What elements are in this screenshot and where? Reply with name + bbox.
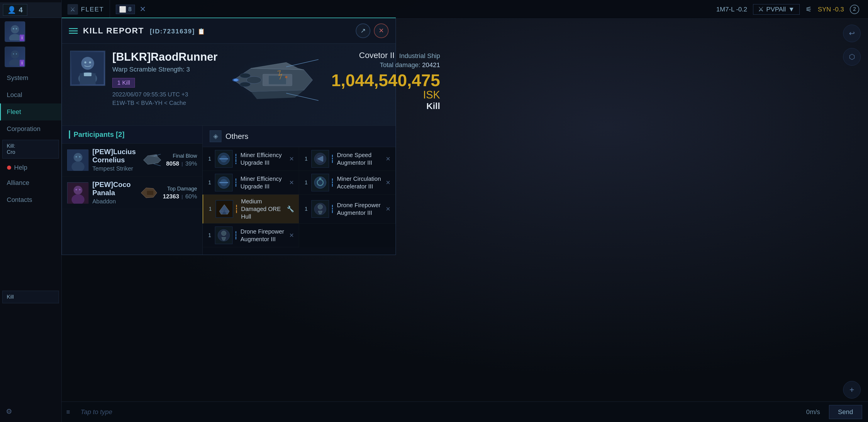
item-close-dr1[interactable]: ✕	[385, 155, 391, 162]
item-row-miner-circ[interactable]: 1 Miner Circulation A	[299, 171, 396, 195]
copy-icon[interactable]: 📋	[198, 28, 206, 35]
item-close-mc[interactable]: ✕	[385, 179, 391, 186]
svg-point-0	[11, 25, 19, 33]
sidebar-item-alliance[interactable]: Alliance	[0, 174, 61, 191]
item-row-miner-1[interactable]: 1 Miner	[203, 147, 299, 171]
victim-name: [BLKR]RaodRunner	[112, 51, 218, 63]
item-bars-4	[236, 231, 236, 239]
pvp-label: PVPAll	[766, 6, 786, 13]
fleet-icon: ⚔	[67, 4, 78, 15]
speed-indicator: 0m/s	[797, 408, 829, 416]
kill-text-2: Cro	[7, 149, 55, 155]
svg-point-9	[81, 57, 94, 70]
svg-point-18	[240, 82, 250, 87]
modal-close-btn[interactable]: ✕	[374, 24, 389, 38]
tab-badge[interactable]: ⬜ 8	[116, 5, 134, 14]
external-link-btn[interactable]: ↗	[356, 24, 370, 38]
sidebar-local-label: Local	[7, 91, 22, 98]
participant-row-2[interactable]: [PEW]Coco Panala Abaddon Top Damage 1236…	[62, 176, 202, 209]
item-close-2[interactable]: ✕	[289, 179, 294, 186]
svg-point-29	[76, 156, 77, 157]
svg-point-23	[285, 76, 287, 78]
right-panel: ↩ ⬡ +	[836, 19, 868, 422]
item-close-4[interactable]: ✕	[289, 232, 294, 239]
participant-avatar-1	[67, 150, 88, 170]
sidebar-item-corporation[interactable]: Corporation	[0, 121, 61, 137]
item-row-miner-2[interactable]: 1 Miner Efficiency Up	[203, 171, 299, 195]
right-icon-1[interactable]: ↩	[843, 25, 861, 42]
sidebar-header: 👤 4	[0, 2, 61, 18]
ship-image	[225, 51, 324, 109]
isk-unit: ISK	[423, 89, 440, 101]
sidebar-corp-label: Corporation	[7, 125, 40, 132]
item-row-drone-speed[interactable]: 1 Drone Speed Augment	[299, 147, 396, 171]
bottom-section: Participants [2] [PEW]Lucius Cornelius T…	[62, 126, 396, 255]
item-icon-4	[215, 227, 232, 244]
right-bottom-icons: +	[843, 381, 861, 398]
svg-point-2	[13, 28, 14, 30]
victim-info: [BLKR]RaodRunner Warp Scramble Strength:…	[112, 51, 218, 106]
chat-menu-icon[interactable]: ≡	[62, 408, 75, 416]
sidebar-fleet-label: Fleet	[7, 108, 21, 116]
participant-ship-1: Tempest Striker	[92, 165, 138, 172]
settings-icon[interactable]: ⚙	[0, 403, 61, 420]
kill-location: E1W-TB < BVA-YH < Cache	[112, 100, 218, 106]
participant-avatar-2	[67, 182, 88, 203]
svg-point-27	[73, 153, 83, 162]
item-row-empty	[299, 224, 396, 247]
filter-icon[interactable]: ⚟	[806, 5, 812, 13]
item-close-df2[interactable]: ✕	[385, 205, 391, 213]
right-icon-2[interactable]: ⬡	[843, 48, 861, 66]
modal-id: [ID:7231639]	[150, 28, 195, 35]
top-damage-label: Top Damage	[163, 186, 197, 192]
item-row-drone-fire-2[interactable]: 1 Drone Firepower Aug	[299, 195, 396, 224]
item-icon-mc	[311, 174, 329, 191]
send-button[interactable]: Send	[829, 405, 862, 419]
chat-input-area[interactable]: Tap to type	[75, 408, 797, 416]
hamburger-menu-icon[interactable]	[69, 28, 78, 34]
participant-name-2: [PEW]Coco Panala	[92, 181, 134, 197]
avatar-2[interactable]: i	[5, 46, 25, 67]
fleet-tab[interactable]: 👤 4	[3, 4, 27, 16]
avatar-badge-2: i	[20, 60, 24, 66]
sidebar-item-fleet[interactable]: Fleet	[0, 103, 61, 121]
participant-name-1: [PEW]Lucius Cornelius	[92, 148, 138, 164]
item-row-drone-fire-1[interactable]: 1 Drone Firepower Aug	[203, 224, 299, 247]
item-name-4: Drone Firepower Augmentor III	[241, 228, 286, 243]
sidebar-item-contacts[interactable]: Contacts	[0, 191, 61, 208]
isk-value: 1,044,540,475	[331, 71, 440, 90]
item-wrench-icon[interactable]: 🔧	[287, 205, 294, 213]
participant-row-1[interactable]: [PEW]Lucius Cornelius Tempest Striker Fi…	[62, 143, 202, 176]
item-name-df2: Drone Firepower Augmentor III	[337, 201, 383, 217]
avatar-1[interactable]: i	[5, 22, 25, 42]
topbar: ⚔ FLEET ⬜ 8 ✕ 1M7-L -0.2 ⚔ PVPAll ▼ ⚟ SY…	[62, 0, 868, 19]
item-icon-df2	[311, 200, 329, 218]
item-qty-1: 1	[207, 156, 212, 162]
svg-rect-42	[219, 158, 228, 159]
item-row-ore-hull[interactable]: 1 Medium Damaged ORE	[203, 195, 299, 224]
pvp-swords-icon: ⚔	[758, 6, 764, 13]
item-qty-3: 1	[208, 206, 213, 212]
kill-indicator-2: Kill	[2, 291, 59, 303]
sidebar-item-system[interactable]: System	[0, 69, 61, 87]
item-close-1[interactable]: ✕	[289, 155, 294, 162]
svg-point-58	[318, 204, 322, 209]
sidebar-help-label: Help	[14, 164, 27, 171]
pvp-selector[interactable]: ⚔ PVPAll ▼	[753, 4, 800, 15]
svg-point-25	[234, 79, 238, 81]
participants-title: Participants [2]	[69, 130, 195, 139]
cargo-icon: ◈	[210, 130, 221, 142]
notification-badge[interactable]: 2	[850, 5, 859, 14]
item-name-mc: Miner Circulation Accelerator III	[337, 175, 383, 190]
help-row[interactable]: Help	[0, 161, 61, 174]
svg-rect-38	[147, 191, 153, 195]
kill-indicator: Kill: Cro	[2, 140, 59, 159]
participants-panel: Participants [2] [PEW]Lucius Cornelius T…	[62, 126, 203, 255]
close-icon: ✕	[379, 27, 384, 35]
right-icon-plus[interactable]: +	[843, 381, 861, 398]
svg-point-4	[11, 51, 19, 59]
topbar-close-btn[interactable]: ✕	[135, 5, 151, 14]
participant-info-2: [PEW]Coco Panala Abaddon	[92, 181, 134, 205]
item-qty-mc: 1	[304, 180, 309, 186]
sidebar-item-local[interactable]: Local	[0, 87, 61, 103]
